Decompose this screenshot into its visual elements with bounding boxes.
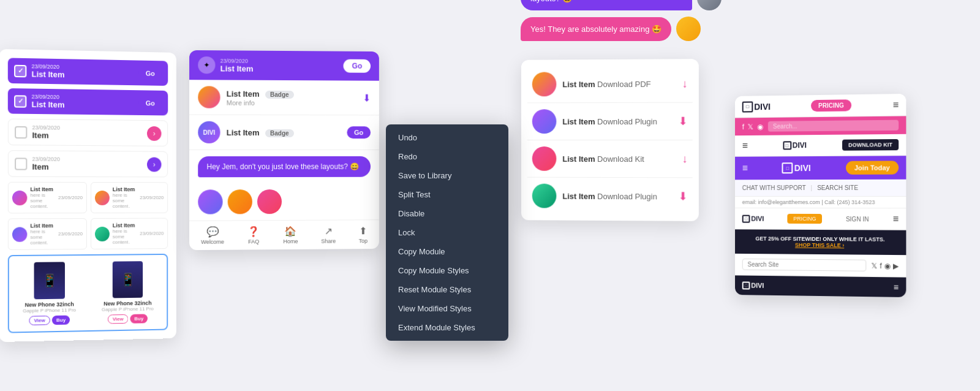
nav-item-share[interactable]: ↗ Share	[321, 225, 336, 244]
item-date: 23/09/2020	[32, 156, 146, 162]
buy-button[interactable]: Buy	[130, 314, 148, 323]
faq-icon: ❓	[247, 226, 260, 237]
item-title: List Item	[31, 69, 138, 80]
avatar	[12, 190, 27, 205]
mini-date: 23/09/2020	[140, 195, 164, 200]
ctx-reset-styles[interactable]: Reset Module Styles	[386, 280, 508, 299]
arrow-button[interactable]: ›	[147, 157, 161, 172]
chat-bubble-text: Hey Jem, don't you just love these layou…	[521, 0, 692, 10]
avatar	[532, 109, 557, 134]
list-item-row: 23/09/2020 List Item Go	[8, 88, 168, 115]
mini-card-title: List Item	[113, 186, 137, 192]
go-button[interactable]: Go	[347, 126, 371, 139]
view-button[interactable]: View	[29, 316, 50, 325]
avatar	[228, 189, 252, 214]
hamburger-icon[interactable]: ≡	[893, 213, 899, 224]
youtube-icon[interactable]: ▶	[893, 262, 899, 270]
divi-header1: □ DIVI PRICING ≡	[735, 94, 906, 118]
shop-sale-link[interactable]: SHOP THIS SALE ›	[795, 242, 844, 249]
checkbox[interactable]	[15, 158, 27, 170]
checkbox[interactable]	[14, 95, 26, 107]
avatar	[532, 183, 557, 208]
avatar	[532, 146, 557, 170]
mini-card-sub: here is some content.	[113, 229, 137, 245]
dl-item: List Item Download Plugin ⬇	[527, 177, 693, 214]
go-button[interactable]: Go	[344, 59, 371, 72]
checkbox[interactable]	[14, 64, 26, 77]
checkbox[interactable]	[15, 126, 27, 138]
list-item: List Item Badge More info ⬇	[189, 80, 379, 115]
nav-item-welcome[interactable]: 💬 Welcome	[201, 226, 224, 245]
ctx-save-library[interactable]: Save to Library	[386, 166, 508, 185]
avatars-row	[189, 183, 379, 220]
contact-info: email: info@elegantthemes.com | Call: (2…	[735, 197, 906, 208]
ctx-split-test[interactable]: Split Test	[386, 185, 508, 204]
ctx-disable[interactable]: Disable	[386, 204, 508, 223]
instagram-icon[interactable]: ◉	[758, 122, 764, 131]
instagram-icon2[interactable]: ◉	[884, 261, 891, 270]
download-icon[interactable]: ↓	[682, 152, 688, 165]
panel1-list: 23/09/2020 List Item Go 23/09/2020 List …	[0, 49, 176, 342]
ctx-copy-module[interactable]: Copy Module	[386, 242, 508, 261]
header-date: 23/09/2020	[221, 57, 339, 64]
mini-cards-row: List Item here is some content. 23/09/20…	[8, 218, 168, 250]
buy-button[interactable]: Buy	[52, 316, 70, 325]
view-button[interactable]: View	[108, 314, 129, 324]
hamburger-icon[interactable]: ≡	[742, 140, 748, 151]
chat-bubble: Hey Jem, don't you just love these layou…	[198, 156, 371, 177]
dl-item: List Item Download Kit ↓	[527, 140, 693, 177]
arrow-button[interactable]: ›	[147, 126, 161, 140]
dl-title: List Item Download Plugin	[562, 116, 672, 126]
social-icons: f 𝕏 ◉	[742, 122, 764, 131]
nav-item-faq[interactable]: ❓ FAQ	[247, 226, 260, 245]
ctx-copy-styles[interactable]: Copy Module Styles	[386, 261, 508, 280]
avatar	[257, 189, 282, 214]
pricing-button[interactable]: PRICING	[811, 99, 851, 112]
avatar	[12, 227, 27, 241]
twitter-icon2[interactable]: 𝕏	[871, 261, 877, 270]
footer-divi-logo: □ DIVI	[742, 281, 764, 289]
divi-logo3: □ DIVI	[782, 162, 811, 173]
download-kit-button[interactable]: DOWNLOAD KIT	[842, 139, 899, 151]
pricing-button2[interactable]: PRICING	[787, 214, 822, 224]
search-input[interactable]	[768, 120, 899, 132]
hamburger-icon[interactable]: ≡	[893, 99, 899, 110]
join-button[interactable]: Join Today	[846, 161, 899, 175]
divi-nav2: ≡ □ DIVI DOWNLOAD KIT	[735, 134, 906, 157]
badge: Badge	[265, 129, 294, 137]
item-title: List Item Badge	[227, 89, 294, 98]
go-button[interactable]: Go	[138, 97, 162, 109]
ctx-undo[interactable]: Undo	[386, 128, 508, 147]
facebook-icon2[interactable]: f	[880, 261, 881, 270]
download-icon[interactable]: ⬇	[363, 92, 371, 104]
mini-card: List Item here is some content. 23/09/20…	[91, 182, 168, 213]
download-icon[interactable]: ↓	[682, 77, 688, 89]
hamburger-icon[interactable]: ≡	[742, 163, 748, 174]
search-site-input[interactable]	[742, 259, 866, 271]
twitter-icon[interactable]: 𝕏	[748, 123, 754, 131]
signin-text[interactable]: SIGN IN	[846, 216, 869, 222]
download-icon[interactable]: ⬇	[678, 189, 687, 203]
download-icon[interactable]: ⬇	[678, 114, 687, 127]
product-card: 📱 New Phone 32inch Gapple P iPhone 11 Pr…	[91, 257, 164, 328]
go-button[interactable]: Go	[138, 67, 162, 80]
ctx-extend-styles[interactable]: Extend Module Styles	[386, 318, 508, 337]
ctx-redo[interactable]: Redo	[386, 147, 508, 166]
nav-item-top[interactable]: ⬆ Top	[359, 225, 368, 244]
ctx-lock[interactable]: Lock	[386, 223, 508, 242]
dl-item: List Item Download PDF ↓	[527, 65, 693, 103]
product-row: 📱 New Phone 32inch Gapple P iPhone 11 Pr…	[8, 254, 168, 333]
top-icon: ⬆	[359, 225, 367, 237]
badge: Badge	[265, 90, 294, 98]
ctx-view-styles[interactable]: View Modified Styles	[386, 299, 508, 318]
divi-logo4: □ DIVI	[742, 214, 764, 222]
footer-hamburger-icon[interactable]: ≡	[894, 282, 899, 292]
product-image: 📱	[34, 262, 65, 299]
mini-cards-row: List Item here is some content. 23/09/20…	[8, 182, 168, 214]
nav-label: FAQ	[248, 238, 259, 245]
nav-item-home[interactable]: 🏠 Home	[283, 225, 298, 244]
avatar	[95, 226, 110, 241]
share-icon: ↗	[325, 225, 333, 237]
facebook-icon[interactable]: f	[742, 123, 744, 131]
bottom-nav: 💬 Welcome ❓ FAQ 🏠 Home ↗ Share ⬆ Top	[189, 219, 379, 250]
